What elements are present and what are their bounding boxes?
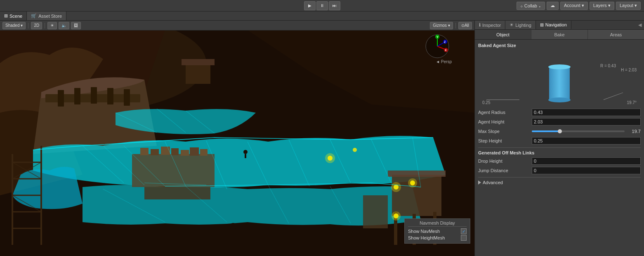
nav-bake-tab[interactable]: Bake (531, 30, 588, 39)
panel-content[interactable]: Baked Agent Size R = 0.43 H = 2.03 19.7°… (475, 40, 644, 256)
gizmos-button[interactable]: Gizmos ▾ (430, 22, 453, 29)
nav-subtabs: Object Bake Areas (475, 30, 644, 40)
max-slope-fill (532, 130, 560, 132)
asset-store-tab-label: Asset Store (38, 14, 62, 19)
svg-rect-3 (58, 90, 64, 107)
svg-rect-20 (388, 171, 446, 177)
svg-rect-36 (232, 230, 234, 235)
svg-rect-12 (140, 148, 149, 155)
fx-icon[interactable]: 🖼 (71, 22, 81, 29)
agent-step-label: 0.25 (482, 100, 490, 105)
svg-point-43 (325, 153, 335, 163)
shaded-dropdown[interactable]: Shaded ▾ (2, 22, 26, 29)
step-height-value[interactable]: 0.25 (532, 137, 641, 145)
asset-store-tab[interactable]: 🛒 Asset Store (27, 12, 66, 20)
inspector-tab[interactable]: ℹ Inspector (475, 21, 505, 29)
drop-height-row: Drop Height 0 (478, 157, 641, 165)
scene-icon: ⊞ (4, 13, 8, 19)
layout-button[interactable]: Layout ▾ (616, 2, 641, 10)
main-area: Shaded ▾ 2D ☀ 🔈 🖼 Gizmos ▾ ⊙All (0, 21, 644, 256)
svg-rect-11 (144, 187, 210, 199)
toolbar-divider-3 (455, 23, 456, 28)
section-divider-1 (478, 147, 641, 148)
inspector-icon: ℹ (479, 22, 481, 28)
svg-text:X: X (445, 49, 447, 52)
section-divider-2 (478, 177, 641, 178)
nav-object-tab[interactable]: Object (475, 30, 531, 39)
shaded-label: Shaded (5, 23, 19, 28)
show-navmesh-label: Show NavMesh (408, 229, 440, 234)
drop-height-label: Drop Height (478, 159, 532, 164)
max-slope-thumb[interactable] (558, 129, 562, 133)
svg-rect-19 (392, 175, 441, 216)
search-button[interactable]: ⊙All (458, 22, 472, 29)
svg-rect-14 (161, 147, 170, 155)
jump-distance-label: Jump Distance (478, 168, 532, 173)
svg-text:Y: Y (436, 36, 439, 38)
advanced-triangle-icon (478, 180, 481, 185)
inspector-tab-label: Inspector (482, 23, 501, 28)
max-slope-value[interactable]: 19.7 (626, 129, 641, 134)
max-slope-slider-container: 19.7 (532, 129, 641, 134)
svg-rect-4 (74, 88, 80, 104)
pause-button[interactable]: ⏸ (316, 1, 328, 10)
audio-icon[interactable]: 🔈 (59, 22, 69, 29)
step-height-label: Step Height (478, 138, 532, 143)
editor-tabs: ⊞ Scene 🛒 Asset Store (0, 12, 644, 21)
lighting-tab-label: Lighting (515, 23, 531, 28)
agent-height-value[interactable]: 2.03 (532, 118, 641, 126)
svg-point-35 (230, 223, 236, 230)
collab-button[interactable]: ⬦ Collab ▾ (517, 2, 545, 10)
scene-tab-group: ⊞ Scene 🛒 Asset Store (0, 12, 66, 20)
panel-collapse-button[interactable]: ◀ (636, 21, 644, 29)
navigation-icon: ⊞ (540, 22, 544, 28)
svg-point-46 (353, 148, 357, 152)
svg-rect-8 (186, 63, 210, 84)
show-heightmesh-label: Show HeightMesh (408, 235, 445, 240)
show-heightmesh-row: Show HeightMesh ✓ (408, 235, 467, 241)
lighting-tab[interactable]: ☀ Lighting (505, 21, 536, 29)
2d-button[interactable]: 2D (31, 22, 42, 29)
svg-rect-18 (200, 149, 208, 156)
drop-height-value[interactable]: 0 (532, 157, 641, 165)
toolbar-divider-1 (28, 23, 28, 28)
scene-render (0, 31, 474, 256)
baked-agent-size-title: Baked Agent Size (478, 43, 641, 48)
jump-distance-row: Jump Distance 0 (478, 166, 641, 175)
svg-text:Z: Z (444, 40, 446, 43)
light-icon[interactable]: ☀ (47, 22, 57, 29)
show-heightmesh-checkbox[interactable]: ✓ (461, 235, 467, 241)
off-mesh-links-title: Generated Off Mesh Links (478, 150, 641, 155)
right-panel: ℹ Inspector ☀ Lighting ⊞ Navigation ◀ Ob… (474, 21, 644, 256)
scene-canvas[interactable]: Y X Z ◄ Persp Navmesh Display Show NavMe… (0, 31, 474, 256)
jump-distance-value[interactable]: 0 (532, 167, 641, 174)
shaded-arrow: ▾ (21, 23, 23, 28)
agent-height-row: Agent Height 2.03 (478, 118, 641, 126)
account-button[interactable]: Account ▾ (560, 2, 588, 10)
svg-rect-15 (171, 148, 179, 155)
scene-tab-label: Scene (9, 14, 22, 19)
cloud-button[interactable]: ☁ (547, 2, 559, 10)
layers-button[interactable]: Layers ▾ (590, 2, 614, 10)
advanced-section[interactable]: Advanced (478, 180, 641, 185)
play-button[interactable]: ▶ (304, 1, 316, 10)
scene-toolbar: Shaded ▾ 2D ☀ 🔈 🖼 Gizmos ▾ ⊙All (0, 21, 474, 31)
agent-height-label: Agent Height (478, 119, 532, 124)
agent-r-label: R = 0.43 (600, 64, 616, 68)
navigation-tab[interactable]: ⊞ Navigation (536, 21, 571, 29)
navigation-tab-label: Navigation (545, 22, 567, 27)
svg-rect-38 (231, 235, 233, 241)
show-navmesh-checkbox[interactable]: ✓ (461, 228, 467, 234)
svg-rect-9 (182, 59, 215, 65)
nav-areas-tab[interactable]: Areas (588, 30, 644, 39)
agent-radius-row: Agent Radius 0.43 (478, 108, 641, 116)
step-button[interactable]: ⏭ (329, 1, 340, 10)
agent-radius-value[interactable]: 0.43 (532, 109, 641, 116)
svg-point-50 (392, 211, 401, 220)
scene-gizmo: Y X Z (425, 34, 450, 59)
top-toolbar: ▶ ⏸ ⏭ ⬦ Collab ▾ ☁ Account ▾ Layers ▾ La… (0, 0, 644, 12)
svg-rect-6 (107, 88, 113, 104)
scene-tab[interactable]: ⊞ Scene (0, 12, 27, 20)
agent-visual: R = 0.43 H = 2.03 19.7° 0.25 (478, 51, 641, 105)
svg-rect-41 (245, 154, 246, 158)
